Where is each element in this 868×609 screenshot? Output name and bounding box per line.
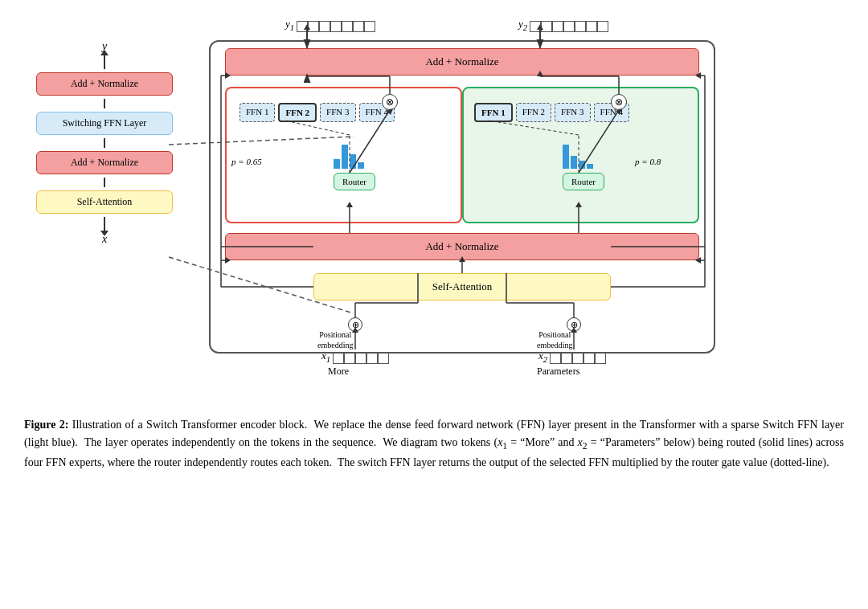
page-container: y Add + Normalize Switching FFN Layer Ad… — [0, 0, 868, 609]
right-router: Router — [563, 173, 604, 190]
more-label: More — [328, 366, 349, 378]
y2-label: y2 — [518, 18, 527, 32]
token-cell — [550, 353, 561, 364]
ffn1-left: FFN 1 — [240, 103, 275, 122]
left-switching-ffn: Switching FFN Layer — [36, 112, 173, 135]
bar3 — [350, 154, 356, 169]
right-ffn-row: FFN 1 FFN 2 FFN 3 FFN 4 — [474, 103, 629, 122]
params-label: Parameters — [537, 366, 579, 378]
pos-emb-left-label: Positionalembedding — [317, 329, 353, 350]
token-cell — [355, 353, 366, 364]
left-diagram: y Add + Normalize Switching FFN Layer Ad… — [16, 40, 193, 246]
x2-token-area: x2 — [538, 349, 606, 364]
bar3 — [579, 161, 585, 169]
ffn3-right: FFN 3 — [555, 103, 590, 122]
arrow-mid-2 — [104, 138, 105, 148]
top-add-norm: Add + Normalize — [225, 48, 699, 76]
left-add-norm-bot: Add + Normalize — [36, 151, 173, 174]
ffn2-right: FFN 2 — [516, 103, 551, 122]
token-cell — [344, 353, 355, 364]
mid-add-norm: Add + Normalize — [225, 233, 699, 260]
y1-label: y1 — [285, 18, 294, 32]
arrow-bot — [104, 217, 105, 231]
diagram-area: y Add + Normalize Switching FFN Layer Ad… — [16, 16, 852, 410]
bar1 — [334, 159, 340, 169]
self-attention-bar: Self-Attention — [313, 273, 611, 300]
token-cell — [364, 21, 375, 32]
token-cell — [333, 353, 344, 364]
bar2 — [342, 145, 348, 169]
left-ffn-row: FFN 1 FFN 2 FFN 3 FFN 4 — [240, 103, 395, 122]
bar2 — [571, 156, 577, 169]
otimes-left: ⊗ — [382, 94, 398, 110]
token-cell — [530, 21, 541, 32]
y1-token-area: y1 — [285, 18, 375, 32]
caption-text: Illustration of a Switch Transformer enc… — [24, 419, 844, 468]
y2-token-area: y2 — [518, 18, 608, 32]
token-cell — [541, 21, 552, 32]
p-left-label: p = 0.65 — [231, 157, 262, 166]
arrow-mid-3 — [104, 178, 105, 187]
p-right-label: p = 0.8 — [635, 157, 661, 166]
token-cell — [552, 21, 563, 32]
x1-token-area: x1 — [321, 349, 389, 364]
arrow-up-left-top — [104, 55, 105, 69]
token-cell — [586, 21, 597, 32]
left-router: Router — [334, 173, 375, 190]
token-cell — [308, 21, 319, 32]
ffn1-right: FFN 1 — [474, 103, 513, 122]
token-cell — [319, 21, 330, 32]
token-cell — [366, 353, 378, 364]
x1-label: x1 — [321, 349, 330, 364]
right-bar-chart — [563, 141, 593, 169]
ffn2-left: FFN 2 — [278, 103, 317, 122]
left-bar-chart — [334, 141, 364, 169]
token-cell — [297, 21, 308, 32]
token-cell — [575, 21, 586, 32]
left-add-norm-top: Add + Normalize — [36, 72, 173, 96]
token-cell — [353, 21, 364, 32]
bar4 — [587, 164, 593, 169]
x2-label: x2 — [538, 349, 547, 364]
pos-emb-right-label: Positionalembedding — [537, 329, 572, 350]
token-cell — [330, 21, 342, 32]
bar1 — [563, 145, 569, 169]
caption-area: Figure 2: Illustration of a Switch Trans… — [16, 416, 852, 471]
token-cell — [561, 353, 572, 364]
right-diagram: y1 y2 — [209, 16, 852, 394]
left-self-attention: Self-Attention — [36, 190, 173, 214]
token-cell — [583, 353, 595, 364]
ffn3-left: FFN 3 — [320, 103, 355, 122]
arrow-mid-1 — [104, 99, 105, 108]
token-cell — [342, 21, 353, 32]
bar4 — [358, 162, 364, 169]
token-cell — [378, 353, 389, 364]
figure-label: Figure 2: — [24, 419, 68, 431]
token-cell — [595, 353, 606, 364]
token-cell — [563, 21, 575, 32]
right-diagram-inner: y1 y2 — [209, 16, 723, 394]
otimes-right: ⊗ — [611, 94, 627, 110]
token-cell — [597, 21, 608, 32]
token-cell — [572, 353, 583, 364]
